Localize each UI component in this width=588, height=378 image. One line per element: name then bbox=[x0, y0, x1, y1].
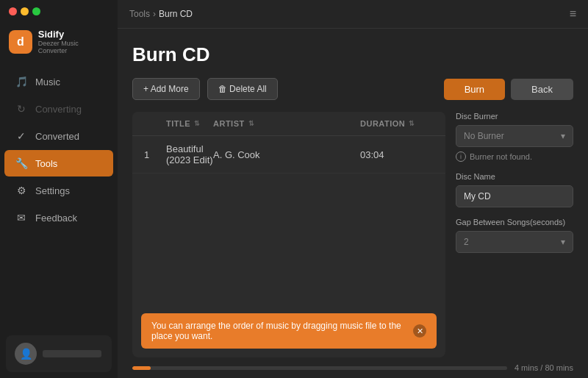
col-header-duration: DURATION ⇅ bbox=[360, 119, 434, 128]
notification-close-button[interactable]: ✕ bbox=[413, 324, 426, 338]
tools-icon: 🔧 bbox=[15, 157, 28, 170]
notification-bar: You can arrange the order of music by dr… bbox=[141, 313, 437, 349]
breadcrumb-current: Burn CD bbox=[159, 9, 193, 19]
sidebar-user[interactable]: 👤 bbox=[6, 335, 112, 372]
notification-text: You can arrange the order of music by dr… bbox=[151, 321, 413, 341]
sidebar-item-label-converting: Converting bbox=[35, 104, 82, 115]
sidebar-item-settings[interactable]: ⚙ Settings bbox=[4, 177, 113, 204]
no-burner-text: No Burner bbox=[464, 131, 504, 141]
disc-burner-label: Disc Burner bbox=[456, 112, 573, 121]
sidebar-item-tools[interactable]: 🔧 Tools bbox=[4, 150, 113, 176]
sidebar-item-feedback[interactable]: ✉ Feedback bbox=[4, 204, 113, 231]
row-artist: A. G. Cook bbox=[213, 149, 360, 160]
settings-icon: ⚙ bbox=[15, 184, 28, 197]
sidebar-item-label-music: Music bbox=[35, 76, 60, 88]
feedback-icon: ✉ bbox=[15, 211, 28, 224]
right-panel: Disc Burner No Burner ▾ i Burner not fou… bbox=[456, 112, 573, 357]
sidebar-brand: Sidify Deezer Music Converter bbox=[38, 29, 109, 54]
burner-not-found-text: Burner not found. bbox=[470, 152, 532, 161]
breadcrumb-root: Tools bbox=[129, 9, 150, 19]
sidebar-item-label-tools: Tools bbox=[35, 158, 57, 169]
sidebar-header: d Sidify Deezer Music Converter bbox=[0, 18, 118, 62]
sidebar-item-label-feedback: Feedback bbox=[35, 213, 77, 224]
progress-label: 4 mins / 80 mins bbox=[514, 363, 573, 372]
toolbar-right: Burn Back bbox=[444, 79, 573, 100]
gap-label: Gap Between Songs(seconds) bbox=[456, 218, 573, 227]
gap-section: Gap Between Songs(seconds) 2 ▾ bbox=[456, 218, 573, 253]
gap-select[interactable]: 2 ▾ bbox=[456, 231, 573, 253]
chevron-down-icon-gap: ▾ bbox=[561, 237, 565, 247]
chevron-down-icon: ▾ bbox=[561, 131, 565, 141]
close-icon: ✕ bbox=[417, 327, 423, 336]
gap-value: 2 bbox=[464, 237, 469, 247]
progress-track bbox=[132, 366, 507, 370]
music-icon: 🎵 bbox=[15, 75, 28, 88]
progress-fill bbox=[132, 366, 151, 370]
menu-button[interactable]: ≡ bbox=[570, 7, 576, 21]
sort-title-icon[interactable]: ⇅ bbox=[194, 120, 201, 127]
converted-icon: ✓ bbox=[15, 129, 28, 143]
back-button[interactable]: Back bbox=[511, 79, 573, 100]
app-subtitle: Deezer Music Converter bbox=[38, 40, 109, 54]
breadcrumb: Tools › Burn CD bbox=[129, 9, 193, 19]
col-header-artist: ARTIST ⇅ bbox=[213, 119, 360, 128]
row-duration: 03:04 bbox=[360, 149, 434, 160]
row-num: 1 bbox=[144, 149, 166, 160]
disc-burner-section: Disc Burner No Burner ▾ i Burner not fou… bbox=[456, 112, 573, 162]
row-title: Beautiful (2023 Edit) bbox=[166, 143, 213, 165]
disc-burner-select[interactable]: No Burner ▾ bbox=[456, 125, 573, 147]
sidebar-item-music[interactable]: 🎵 Music bbox=[4, 68, 113, 95]
toolbar: + Add More 🗑 Delete All Burn Back bbox=[132, 78, 573, 100]
sidebar-item-label-converted: Converted bbox=[35, 131, 79, 142]
sort-artist-icon[interactable]: ⇅ bbox=[248, 120, 255, 127]
table-header: TITLE ⇅ ARTIST ⇅ DURATION ⇅ bbox=[132, 112, 445, 136]
app-logo: d bbox=[9, 30, 32, 54]
content-area: Burn CD + Add More 🗑 Delete All Burn Bac… bbox=[118, 29, 588, 357]
breadcrumb-separator: › bbox=[153, 9, 156, 19]
user-name-placeholder bbox=[43, 350, 101, 357]
disc-name-input[interactable]: My CD bbox=[456, 185, 573, 207]
add-more-button[interactable]: + Add More bbox=[132, 78, 200, 100]
traffic-lights bbox=[0, 0, 118, 18]
progress-bar-area: 4 mins / 80 mins bbox=[118, 357, 588, 378]
sidebar-item-converting: ↻ Converting bbox=[4, 96, 113, 122]
sidebar: d Sidify Deezer Music Converter 🎵 Music … bbox=[0, 0, 118, 378]
page-title: Burn CD bbox=[132, 43, 573, 66]
converting-icon: ↻ bbox=[15, 102, 28, 115]
sidebar-item-converted[interactable]: ✓ Converted bbox=[4, 123, 113, 149]
traffic-light-close[interactable] bbox=[9, 7, 17, 15]
disc-name-section: Disc Name My CD bbox=[456, 172, 573, 207]
traffic-light-minimize[interactable] bbox=[21, 7, 29, 15]
sidebar-nav: 🎵 Music ↻ Converting ✓ Converted 🔧 Tools… bbox=[0, 62, 118, 329]
sidebar-item-label-settings: Settings bbox=[35, 185, 70, 196]
col-header-title: TITLE ⇅ bbox=[166, 119, 213, 128]
burn-button[interactable]: Burn bbox=[444, 79, 505, 100]
logo-letter: d bbox=[17, 35, 24, 49]
delete-all-button[interactable]: 🗑 Delete All bbox=[207, 78, 278, 100]
traffic-light-fullscreen[interactable] bbox=[32, 7, 40, 15]
disc-name-label: Disc Name bbox=[456, 172, 573, 181]
topbar: Tools › Burn CD ≡ bbox=[118, 0, 588, 29]
sort-duration-icon[interactable]: ⇅ bbox=[409, 120, 415, 127]
app-name: Sidify bbox=[38, 29, 109, 40]
info-icon: i bbox=[456, 151, 466, 162]
avatar: 👤 bbox=[15, 343, 37, 365]
burner-hint: i Burner not found. bbox=[456, 151, 573, 162]
table-row: 1 Beautiful (2023 Edit) A. G. Cook 03:04 bbox=[132, 136, 445, 174]
track-table: TITLE ⇅ ARTIST ⇅ DURATION ⇅ 1 Be bbox=[132, 112, 445, 357]
main-area: Tools › Burn CD ≡ Burn CD + Add More 🗑 D… bbox=[118, 0, 588, 378]
split-layout: TITLE ⇅ ARTIST ⇅ DURATION ⇅ 1 Be bbox=[132, 112, 573, 357]
